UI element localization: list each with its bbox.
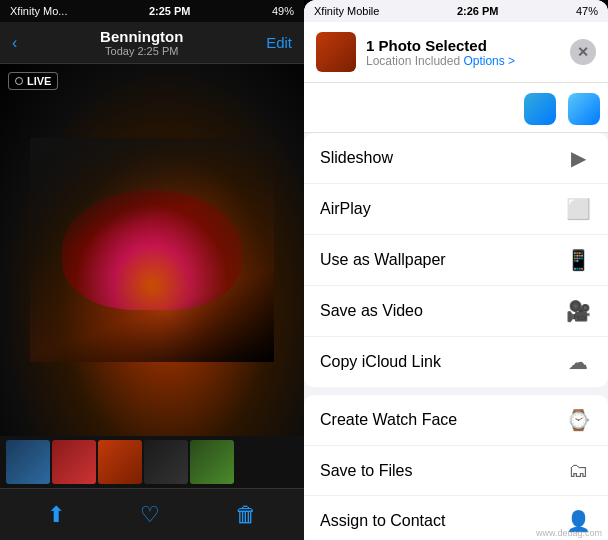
menu-icon-airplay: ⬜ [564,197,592,221]
album-title: Bennington [100,28,183,45]
thumbnail-5[interactable] [190,440,234,484]
share-header: 1 Photo Selected Location Included Optio… [304,22,608,83]
menu-item-slideshow[interactable]: Slideshow ▶ [304,133,608,184]
menu-item-use-as-wallpaper[interactable]: Use as Wallpaper 📱 [304,235,608,286]
share-subtitle: Location Included Options > [366,54,570,68]
right-battery: 47% [576,5,598,17]
album-date: Today 2:25 PM [100,45,183,57]
menu-icon-save-as-video: 🎥 [564,299,592,323]
edit-button[interactable]: Edit [266,34,292,51]
options-link[interactable]: Options > [463,54,515,68]
menu-label-save-as-video: Save as Video [320,302,423,320]
share-title: 1 Photo Selected [366,37,570,54]
left-nav: ‹ Bennington Today 2:25 PM Edit [0,22,304,64]
thumbnail-3[interactable] [98,440,142,484]
menu-section-1: Slideshow ▶ AirPlay ⬜ Use as Wallpaper 📱… [304,133,608,387]
live-indicator-dot [15,77,23,85]
left-panel: Xfinity Mo... 2:25 PM 49% ‹ Bennington T… [0,0,304,540]
menu-icon-copy-icloud-link: ☁ [564,350,592,374]
menu-label-airplay: AirPlay [320,200,371,218]
nav-title-area: Bennington Today 2:25 PM [100,28,183,57]
trash-button[interactable]: 🗑 [235,502,257,528]
thumbnail-strip [0,436,304,488]
menu-icon-save-to-files: 🗂 [564,459,592,482]
menu-icon-slideshow: ▶ [564,146,592,170]
chevron-left-icon: ‹ [12,34,17,52]
menu-list: Slideshow ▶ AirPlay ⬜ Use as Wallpaper 📱… [304,133,608,540]
share-info: 1 Photo Selected Location Included Optio… [366,37,570,68]
menu-item-copy-icloud-link[interactable]: Copy iCloud Link ☁ [304,337,608,387]
heart-button[interactable]: ♡ [140,502,160,528]
share-button[interactable]: ⬆ [47,502,65,528]
app-icon-1[interactable] [524,93,556,125]
menu-item-save-to-files[interactable]: Save to Files 🗂 [304,446,608,496]
left-carrier: Xfinity Mo... [10,5,67,17]
live-label: LIVE [27,75,51,87]
menu-label-save-to-files: Save to Files [320,462,412,480]
live-badge: LIVE [8,72,58,90]
right-time: 2:26 PM [457,5,499,17]
menu-section-2: Create Watch Face ⌚ Save to Files 🗂 Assi… [304,395,608,540]
left-time: 2:25 PM [149,5,191,17]
menu-icon-create-watch-face: ⌚ [564,408,592,432]
right-status-bar: Xfinity Mobile 2:26 PM 47% [304,0,608,22]
menu-item-airplay[interactable]: AirPlay ⬜ [304,184,608,235]
location-label: Location Included [366,54,460,68]
menu-label-copy-icloud-link: Copy iCloud Link [320,353,441,371]
left-battery: 49% [272,5,294,17]
left-status-bar: Xfinity Mo... 2:25 PM 49% [0,0,304,22]
menu-item-create-watch-face[interactable]: Create Watch Face ⌚ [304,395,608,446]
left-toolbar: ⬆ ♡ 🗑 [0,488,304,540]
right-carrier: Xfinity Mobile [314,5,379,17]
menu-label-assign-to-contact: Assign to Contact [320,512,445,530]
thumbnail-2[interactable] [52,440,96,484]
watermark: www.deuag.com [536,528,602,538]
back-button[interactable]: ‹ [12,34,17,52]
thumbnail-1[interactable] [6,440,50,484]
menu-label-create-watch-face: Create Watch Face [320,411,457,429]
photo-main-area: LIVE [0,64,304,436]
app-icons-row [304,83,608,133]
menu-label-use-as-wallpaper: Use as Wallpaper [320,251,446,269]
right-panel: Xfinity Mobile 2:26 PM 47% 1 Photo Selec… [304,0,608,540]
menu-label-slideshow: Slideshow [320,149,393,167]
close-button[interactable]: ✕ [570,39,596,65]
menu-item-save-as-video[interactable]: Save as Video 🎥 [304,286,608,337]
photo-background: LIVE [0,64,304,436]
thumbnail-4[interactable] [144,440,188,484]
share-thumbnail [316,32,356,72]
app-icon-2[interactable] [568,93,600,125]
menu-icon-use-as-wallpaper: 📱 [564,248,592,272]
